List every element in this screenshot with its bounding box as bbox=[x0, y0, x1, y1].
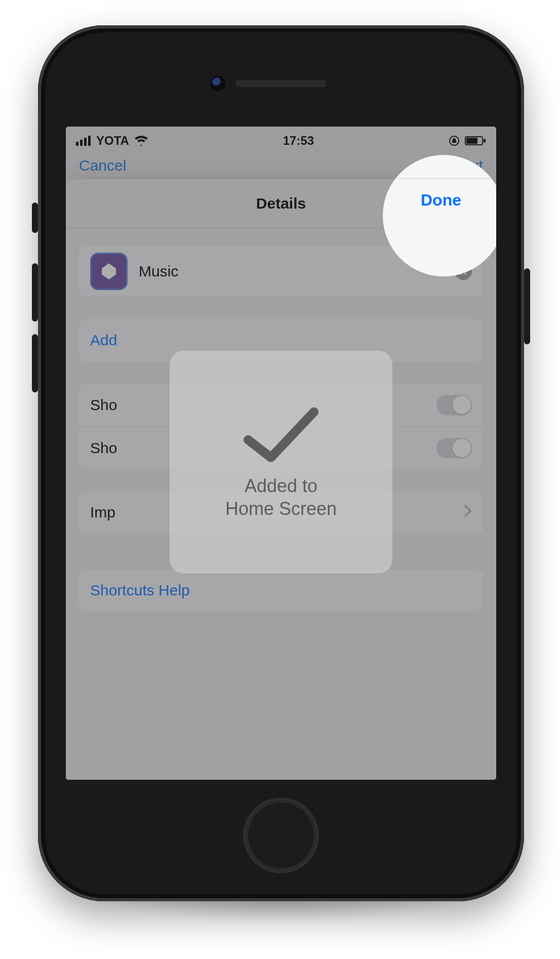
shortcuts-help-cell[interactable]: Shortcuts Help bbox=[79, 569, 483, 612]
volume-down-button bbox=[32, 334, 38, 392]
import-label: Imp bbox=[90, 504, 115, 521]
mute-switch bbox=[32, 203, 38, 233]
earpiece bbox=[235, 80, 327, 87]
highlight-spotlight: Done bbox=[383, 155, 496, 276]
phone-frame: YOTA 17:53 bbox=[38, 25, 524, 901]
carrier-label: YOTA bbox=[96, 134, 129, 148]
show-toggle-1-label: Sho bbox=[90, 396, 117, 414]
toast-line-2: Home Screen bbox=[225, 497, 337, 520]
done-button-highlight[interactable]: Done bbox=[421, 191, 466, 210]
status-left: YOTA bbox=[76, 134, 148, 148]
show-toggle-1-switch[interactable] bbox=[436, 395, 472, 415]
status-bar: YOTA 17:53 bbox=[66, 127, 496, 155]
svg-rect-0 bbox=[76, 142, 78, 146]
battery-icon bbox=[465, 136, 486, 146]
wifi-icon bbox=[134, 136, 148, 146]
shortcut-name-label: Music bbox=[139, 263, 178, 280]
screen: YOTA 17:53 bbox=[66, 127, 496, 780]
svg-rect-6 bbox=[484, 139, 486, 143]
cancel-button[interactable]: Cancel bbox=[79, 157, 126, 174]
signal-icon bbox=[76, 136, 91, 146]
status-time: 17:53 bbox=[283, 134, 314, 148]
svg-rect-2 bbox=[84, 138, 87, 146]
shortcut-icon[interactable] bbox=[90, 253, 128, 290]
front-camera bbox=[210, 76, 225, 91]
shortcuts-help-label: Shortcuts Help bbox=[90, 582, 190, 599]
chevron-right-icon bbox=[464, 504, 472, 521]
rotation-lock-icon bbox=[449, 135, 460, 146]
show-toggle-2-switch[interactable] bbox=[436, 438, 472, 458]
confirmation-toast: Added to Home Screen bbox=[170, 351, 392, 574]
toast-line-1: Added to bbox=[225, 474, 337, 497]
svg-rect-7 bbox=[466, 138, 477, 144]
show-toggle-2-label: Sho bbox=[90, 439, 117, 457]
status-right bbox=[449, 135, 486, 146]
home-button[interactable] bbox=[243, 797, 319, 873]
svg-rect-3 bbox=[88, 136, 91, 146]
power-button bbox=[524, 268, 530, 344]
sheet-title: Details bbox=[256, 195, 306, 212]
add-label: Add bbox=[90, 332, 117, 349]
checkmark-icon bbox=[238, 405, 324, 465]
svg-rect-1 bbox=[80, 140, 83, 146]
volume-up-button bbox=[32, 263, 38, 322]
